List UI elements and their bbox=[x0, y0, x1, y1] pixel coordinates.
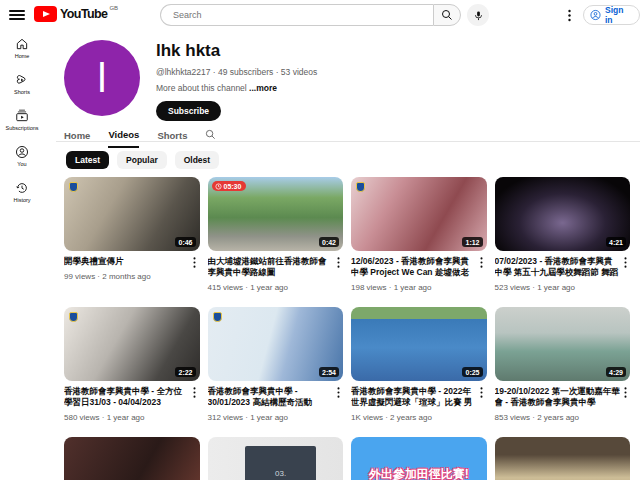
search-box bbox=[160, 4, 433, 26]
region-label: GB bbox=[109, 5, 118, 11]
video-thumbnail[interactable]: 0:25 bbox=[351, 307, 487, 381]
video-card[interactable] bbox=[495, 437, 631, 480]
sidebar-item-home[interactable]: Home bbox=[0, 30, 44, 66]
video-menu-icon[interactable] bbox=[190, 256, 200, 268]
video-card[interactable]: 外出參加田徑比賽! bbox=[351, 437, 487, 480]
video-grid: 0:46 開學典禮宣傳片 99 views · 2 months ago 0:4… bbox=[64, 177, 630, 480]
youtube-logo[interactable]: YouTube GB bbox=[34, 6, 118, 22]
video-title[interactable]: 開學典禮宣傳片 bbox=[64, 256, 190, 268]
sidebar-item-shorts[interactable]: Shorts bbox=[0, 66, 44, 102]
video-meta: 198 views · 1 year ago bbox=[351, 283, 487, 292]
tab-home[interactable]: Home bbox=[64, 130, 90, 147]
video-thumbnail[interactable]: 4:21 bbox=[495, 177, 631, 251]
video-title[interactable]: 香港教師會李興貴中學 - 30/01/2023 高結構歷奇活動 bbox=[208, 386, 334, 409]
subscribe-button[interactable]: Subscribe bbox=[156, 101, 221, 121]
video-thumbnail[interactable] bbox=[495, 437, 631, 480]
video-thumbnail[interactable]: 03. bbox=[208, 437, 344, 480]
thumbnail-slide: 03. bbox=[245, 446, 315, 480]
video-thumbnail[interactable]: 1:12 bbox=[351, 177, 487, 251]
search-input[interactable] bbox=[173, 10, 413, 20]
search-button[interactable] bbox=[433, 4, 461, 26]
filter-chips: Latest Popular Oldest bbox=[66, 151, 219, 169]
video-meta: 99 views · 2 months ago bbox=[64, 272, 200, 281]
sidebar-item-subscriptions[interactable]: Subscriptions bbox=[0, 102, 44, 138]
video-duration: 0:42 bbox=[319, 237, 339, 247]
video-card[interactable]: 0:25 香港教師會李興貴中學 - 2022年世界虛擬閃避球「瑄球」比賽 男子U… bbox=[351, 307, 487, 422]
video-menu-icon[interactable] bbox=[190, 386, 200, 409]
person-icon bbox=[590, 9, 601, 21]
video-menu-icon[interactable] bbox=[477, 386, 487, 409]
video-card[interactable]: 2:54 香港教師會李興貴中學 - 30/01/2023 高結構歷奇活動 312… bbox=[208, 307, 344, 422]
more-link[interactable]: ...more bbox=[249, 83, 277, 93]
video-card[interactable]: 1:12 12/06/2023 - 香港教師會李興貴中學 Project We … bbox=[351, 177, 487, 292]
video-meta: 415 views · 1 year ago bbox=[208, 283, 344, 292]
video-card[interactable] bbox=[64, 437, 200, 480]
video-thumbnail[interactable]: 2:54 bbox=[208, 307, 344, 381]
tab-videos[interactable]: Videos bbox=[108, 129, 139, 148]
video-title[interactable]: 香港教師會李興貴中學 - 2022年世界虛擬閃避球「瑄球」比賽 男子U16… bbox=[351, 386, 477, 409]
video-menu-icon[interactable] bbox=[620, 256, 630, 279]
chip-latest[interactable]: Latest bbox=[66, 151, 109, 169]
video-thumbnail[interactable]: 0:46 bbox=[64, 177, 200, 251]
clock-icon bbox=[215, 183, 222, 190]
tabs-divider bbox=[56, 141, 640, 142]
video-duration: 4:29 bbox=[606, 367, 626, 377]
video-card[interactable]: 4:21 07/02/2023 - 香港教師會李興貴中學 第五十九屆學校舞蹈節 … bbox=[495, 177, 631, 292]
video-menu-icon[interactable] bbox=[333, 386, 343, 409]
video-title[interactable]: 19-20/10/2022 第一次運動嘉年華會 - 香港教師會李興貴中學 bbox=[495, 386, 621, 409]
menu-icon[interactable] bbox=[8, 7, 26, 23]
video-duration: 2:54 bbox=[319, 367, 339, 377]
channel-meta: @lhkhkta2217 · 49 subscribers · 53 video… bbox=[156, 67, 317, 77]
sign-in-label: Sign in bbox=[605, 5, 631, 25]
video-meta: 312 views · 1 year ago bbox=[208, 413, 344, 422]
video-duration: 1:12 bbox=[462, 237, 482, 247]
video-title[interactable]: 12/06/2023 - 香港教師會李興貴中學 Project We Can 趁… bbox=[351, 256, 477, 279]
sidebar-item-you[interactable]: You bbox=[0, 138, 44, 174]
video-meta: 580 views · 1 year ago bbox=[64, 413, 200, 422]
chip-oldest[interactable]: Oldest bbox=[175, 151, 219, 169]
sidebar-item-history[interactable]: History bbox=[0, 174, 44, 210]
video-card[interactable]: 0:46 開學典禮宣傳片 99 views · 2 months ago bbox=[64, 177, 200, 292]
you-icon bbox=[15, 145, 29, 159]
youtube-logo-text: YouTube bbox=[60, 6, 107, 22]
mic-button[interactable] bbox=[467, 4, 489, 26]
video-duration: 4:21 bbox=[606, 237, 626, 247]
video-title[interactable]: 07/02/2023 - 香港教師會李興貴中學 第五十九屆學校舞蹈節 舞蹈名稱… bbox=[495, 256, 621, 279]
tab-shorts[interactable]: Shorts bbox=[157, 130, 187, 147]
video-meta: 523 views · 1 year ago bbox=[495, 283, 631, 292]
school-crest-icon bbox=[213, 312, 222, 322]
video-card[interactable]: 4:29 19-20/10/2022 第一次運動嘉年華會 - 香港教師會李興貴中… bbox=[495, 307, 631, 422]
home-icon bbox=[15, 37, 29, 51]
video-card[interactable]: 0:4205:30 由大埔墟港鐵站前往香港教師會李興貴中學路線圖 415 vie… bbox=[208, 177, 344, 292]
video-menu-icon[interactable] bbox=[477, 256, 487, 279]
video-card[interactable]: 2:22 香港教師會李興貴中學 - 全方位學習日31/03 - 04/04/20… bbox=[64, 307, 200, 422]
history-icon bbox=[15, 181, 29, 195]
channel-avatar[interactable]: l bbox=[64, 40, 140, 116]
video-menu-icon[interactable] bbox=[333, 256, 343, 279]
video-meta: 853 views · 2 years ago bbox=[495, 413, 631, 422]
top-bar: YouTube GB Sign in bbox=[0, 0, 640, 30]
chip-popular[interactable]: Popular bbox=[117, 151, 167, 169]
school-crest-icon bbox=[69, 312, 78, 322]
school-crest-icon bbox=[356, 182, 365, 192]
mini-sidebar: Home Shorts Subscriptions You History bbox=[0, 30, 50, 210]
video-thumbnail[interactable]: 2:22 bbox=[64, 307, 200, 381]
channel-header: l lhk hkta @lhkhkta2217 · 49 subscribers… bbox=[64, 40, 317, 121]
channel-about[interactable]: More about this channel ...more bbox=[156, 83, 317, 93]
video-title[interactable]: 由大埔墟港鐵站前往香港教師會李興貴中學路線圖 bbox=[208, 256, 334, 279]
more-options-icon[interactable] bbox=[561, 7, 577, 23]
youtube-play-icon bbox=[34, 6, 57, 22]
video-card[interactable]: 03. bbox=[208, 437, 344, 480]
video-thumbnail[interactable]: 0:4205:30 bbox=[208, 177, 344, 251]
video-meta: 1K views · 2 years ago bbox=[351, 413, 487, 422]
video-title[interactable]: 香港教師會李興貴中學 - 全方位學習日31/03 - 04/04/2023 bbox=[64, 386, 190, 409]
video-thumbnail[interactable]: 外出參加田徑比賽! bbox=[351, 437, 487, 480]
video-thumbnail[interactable] bbox=[64, 437, 200, 480]
channel-search-icon[interactable] bbox=[205, 126, 216, 150]
mic-icon bbox=[473, 10, 484, 21]
channel-tabs: Home Videos Shorts bbox=[64, 126, 216, 150]
video-menu-icon[interactable] bbox=[620, 386, 630, 409]
video-thumbnail[interactable]: 4:29 bbox=[495, 307, 631, 381]
sign-in-button[interactable]: Sign in bbox=[583, 5, 640, 25]
search-icon bbox=[441, 9, 453, 21]
